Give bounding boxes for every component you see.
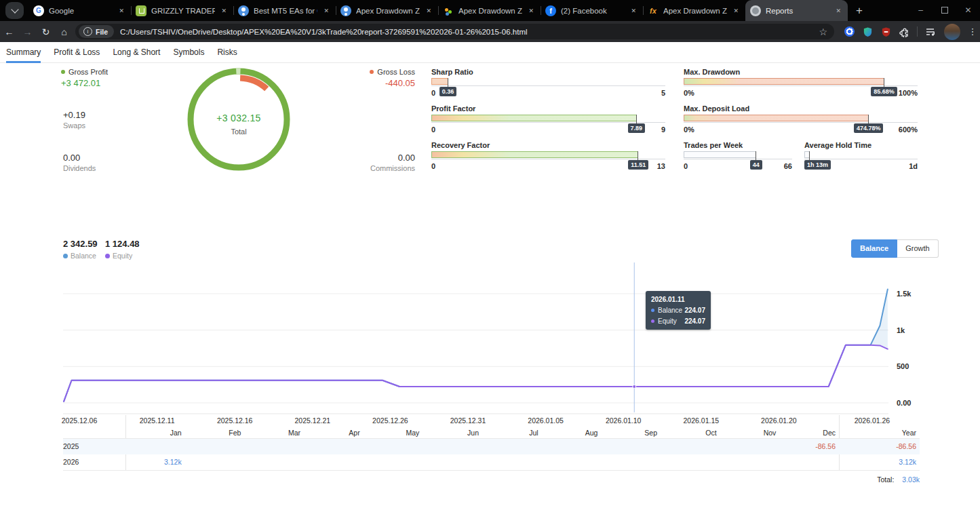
gauge-min-label: 0: [431, 125, 435, 134]
profile-blue-icon: [238, 5, 249, 16]
tab-profit-loss[interactable]: Profit & Loss: [54, 44, 100, 63]
tab-summary[interactable]: Summary: [6, 44, 41, 63]
gauge-title: Max. Drawdown: [684, 68, 740, 76]
gauge-pointer: [756, 151, 756, 161]
browser-tab-1[interactable]: GGoogle✕: [28, 0, 131, 21]
gauge-value-badge: 0.36: [439, 87, 457, 96]
browser-tab-5[interactable]: Apex Drawdown Zero - M✕: [438, 0, 541, 21]
report-page: SummaryProfit & LossLong & ShortSymbolsR…: [0, 42, 980, 527]
new-tab-button[interactable]: +: [856, 5, 863, 16]
tab-close-icon[interactable]: ✕: [629, 7, 638, 15]
gauge-min-label: 0%: [684, 125, 694, 134]
y-tick-label: 1k: [897, 326, 926, 334]
table-cell-2025-dec: -86.56: [779, 439, 839, 454]
x-tick-label: 2025.12.26: [359, 416, 420, 425]
browser-tab-8[interactable]: Reports✕: [745, 0, 848, 21]
gauge-fill: [431, 115, 637, 121]
gauge-min-label: 0: [431, 162, 435, 170]
balance-button[interactable]: Balance: [851, 239, 897, 258]
month-header-apr: Apr: [304, 427, 364, 438]
media-playlist-icon[interactable]: [921, 26, 939, 37]
month-header-jul: Jul: [482, 427, 542, 438]
total-value: 3.03k: [902, 475, 920, 484]
extension-shield-icon[interactable]: [859, 26, 877, 37]
gauge-max-label: 66: [784, 162, 792, 170]
growth-button[interactable]: Growth: [897, 239, 938, 258]
tab-close-icon[interactable]: ✕: [526, 7, 536, 15]
address-bar[interactable]: i File C:/Users/TSHIV/OneDrive/Desktop/A…: [75, 24, 834, 39]
balance-legend: 2 342.59 Balance: [63, 239, 98, 260]
gauge-track: [804, 151, 918, 159]
tab-title: Reports: [766, 7, 829, 15]
tooltip-equity-dot-icon: [651, 319, 654, 323]
tab-close-icon[interactable]: ✕: [321, 7, 331, 15]
report-nav-tabs: SummaryProfit & LossLong & ShortSymbolsR…: [0, 44, 980, 63]
maximize-button[interactable]: [933, 0, 956, 21]
equity-amount: 1 124.48: [105, 239, 140, 249]
browser-tab-3[interactable]: Best MT5 EAs for Gold Tra✕: [233, 0, 336, 21]
gauge-max-label: 13: [657, 162, 665, 170]
tab-close-icon[interactable]: ✕: [117, 7, 126, 15]
browser-tab-strip: GGoogle✕GRIZZLY TRADERS FOREX✕Best MT5 E…: [0, 0, 980, 21]
close-button[interactable]: ✕: [956, 0, 980, 21]
month-header-aug: Aug: [542, 427, 602, 438]
tab-long-short[interactable]: Long & Short: [113, 44, 160, 63]
back-button[interactable]: ←: [0, 26, 18, 37]
mql5-dots-icon: [443, 5, 454, 16]
gauge-track: [684, 115, 918, 123]
forward-button[interactable]: →: [18, 26, 37, 37]
x-tick-label: 2025.12.31: [437, 416, 498, 425]
gauge-title: Average Hold Time: [804, 141, 871, 149]
gauge-min-label: 0: [431, 89, 435, 97]
gauge-pointer: [636, 115, 637, 124]
gauge-pointer: [868, 115, 869, 124]
gauge-min-label: 0%: [684, 89, 694, 97]
x-tick-label: 2025.12.06: [49, 416, 110, 425]
browser-menu-icon[interactable]: ⋮: [965, 26, 980, 37]
file-scheme-chip[interactable]: i File: [79, 25, 114, 38]
reports-icon: [750, 5, 761, 16]
gauge-value-badge: 474.78%: [854, 123, 884, 133]
browser-tab-7[interactable]: fxApex Drawdown Zero LIV✕: [643, 0, 745, 21]
reload-button[interactable]: ↻: [37, 26, 55, 37]
chart-mode-toggle: Balance Growth: [851, 239, 939, 258]
y-tick-label: 1.5k: [897, 290, 926, 298]
x-tick-label: 2025.12.21: [282, 416, 343, 425]
extension-adblock-icon[interactable]: [877, 26, 895, 37]
home-button[interactable]: ⌂: [55, 26, 73, 37]
info-icon: i: [83, 27, 92, 36]
fx-orange-icon: fx: [648, 5, 659, 16]
minimize-button[interactable]: –: [909, 0, 933, 21]
bookmark-star-icon[interactable]: ☆: [819, 26, 827, 37]
x-tick-label: 2025.12.16: [204, 416, 265, 425]
tooltip-date: 2026.01.11: [651, 296, 705, 303]
month-header-mar: Mar: [244, 427, 304, 438]
equity-legend: 1 124.48 Equity: [105, 239, 140, 260]
tab-close-icon[interactable]: ✕: [424, 7, 433, 15]
y-tick-label: 500: [897, 362, 926, 370]
gauge-max-label: 100%: [899, 89, 918, 97]
gauge-max-label: 1d: [909, 162, 918, 170]
browser-tab-2[interactable]: GRIZZLY TRADERS FOREX✕: [131, 0, 233, 21]
month-header-sep: Sep: [601, 427, 661, 438]
profile-avatar[interactable]: [944, 24, 960, 40]
x-tick-label: 2025.12.11: [127, 416, 188, 425]
extension-target-icon[interactable]: [840, 26, 859, 37]
browser-tab-6[interactable]: f(2) Facebook✕: [541, 0, 643, 21]
donut-center-label: +3 032.15 Total: [191, 113, 286, 136]
tab-close-icon[interactable]: ✕: [219, 7, 229, 15]
browser-tab-4[interactable]: Apex Drawdown Zero MT✕: [336, 0, 438, 21]
table-border: [63, 470, 920, 471]
tab-search-button[interactable]: [5, 2, 24, 19]
balance-equity-chart[interactable]: [63, 261, 888, 417]
month-header-nov: Nov: [720, 427, 780, 438]
gauge-pointer: [448, 78, 448, 87]
tab-close-icon[interactable]: ✕: [834, 7, 843, 15]
extensions-puzzle-icon[interactable]: [895, 26, 914, 37]
gross-profit-value: +3 472.01: [61, 79, 108, 87]
url-text: C:/Users/TSHIV/OneDrive/Desktop/APEX%20E…: [120, 28, 813, 36]
gauge-value-badge: 1h 13m: [804, 160, 831, 170]
gross-loss-value: -440.05: [370, 79, 415, 87]
gauge-track: [431, 115, 665, 123]
tab-close-icon[interactable]: ✕: [731, 7, 741, 15]
